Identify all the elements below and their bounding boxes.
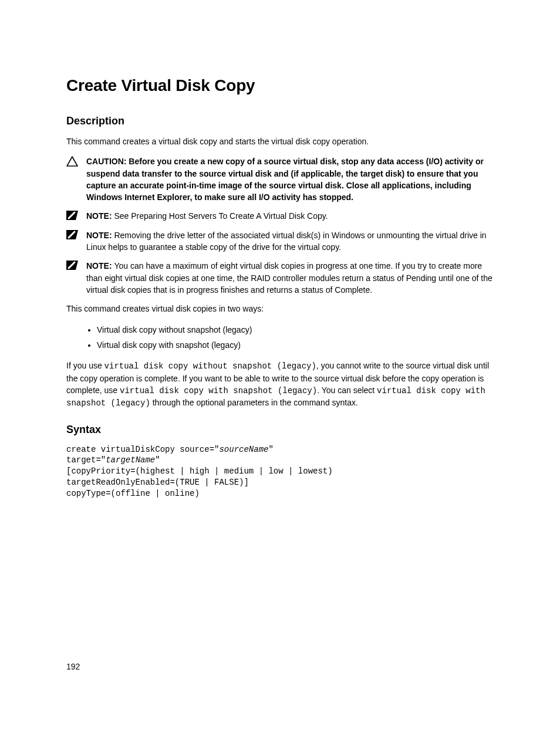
note-text-1: See Preparing Host Servers To Create A V…	[114, 211, 328, 221]
note-callout-1: NOTE: See Preparing Host Servers To Crea…	[66, 210, 494, 222]
caution-text: Before you create a new copy of a source…	[86, 157, 484, 202]
caution-callout: CAUTION: Before you create a new copy of…	[66, 155, 494, 203]
text-span: . You can select	[317, 385, 377, 395]
caution-icon	[66, 156, 78, 167]
code-inline: virtual disk copy with snapshot (legacy)	[120, 386, 317, 395]
page-number: 192	[66, 662, 80, 671]
intro-paragraph: This command creates a virtual disk copy…	[66, 136, 494, 147]
bullet-list: Virtual disk copy without snapshot (lega…	[97, 323, 494, 352]
svg-marker-0	[67, 157, 77, 166]
explain-paragraph: If you use virtual disk copy without sna…	[66, 360, 494, 409]
note-label-3: NOTE:	[86, 261, 114, 270]
section-syntax: Syntax	[66, 424, 494, 436]
list-item: Virtual disk copy with snapshot (legacy)	[97, 339, 494, 351]
note-callout-3: NOTE: You can have a maximum of eight vi…	[66, 260, 494, 296]
code-inline: virtual disk copy without snapshot (lega…	[104, 361, 316, 371]
note-callout-2: NOTE: Removing the drive letter of the a…	[66, 229, 494, 253]
text-span: through the optional parameters in the c…	[150, 398, 358, 407]
note-text-3: You can have a maximum of eight virtual …	[86, 261, 492, 295]
two-ways-paragraph: This command creates virtual disk copies…	[66, 303, 494, 314]
list-item: Virtual disk copy without snapshot (lega…	[97, 323, 494, 336]
text-span: If you use	[66, 361, 104, 370]
note-icon	[66, 261, 78, 270]
page-title: Create Virtual Disk Copy	[66, 76, 494, 95]
note-label-1: NOTE:	[86, 211, 114, 221]
note-icon	[66, 230, 78, 239]
section-description: Description	[66, 115, 494, 127]
note-text-2: Removing the drive letter of the associa…	[86, 231, 487, 252]
note-icon	[66, 211, 78, 220]
syntax-block: create virtualDiskCopy source="sourceNam…	[66, 444, 494, 499]
note-label-2: NOTE:	[86, 231, 114, 240]
caution-label: CAUTION:	[86, 157, 129, 166]
